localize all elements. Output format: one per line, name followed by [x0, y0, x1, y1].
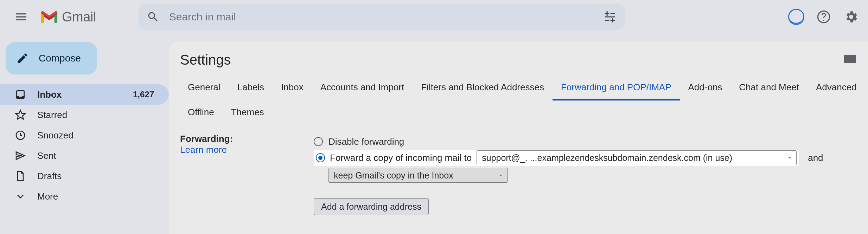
forward-address-value: support@_. ...examplezendesksubdomain.ze… — [482, 153, 732, 163]
compose-label: Compose — [39, 53, 81, 64]
sidebar-item-drafts[interactable]: Drafts — [0, 166, 169, 186]
search-icon — [147, 11, 159, 23]
main-menu-button[interactable] — [8, 4, 34, 30]
help-button[interactable] — [815, 8, 832, 25]
inbox-icon — [15, 89, 26, 100]
gmail-icon — [39, 9, 59, 25]
sidebar-item-starred[interactable]: Starred — [0, 105, 169, 125]
gear-icon — [844, 9, 859, 24]
disable-forwarding-radio[interactable] — [314, 137, 323, 146]
sidebar-item-sent[interactable]: Sent — [0, 145, 169, 166]
inbox-count: 1,627 — [133, 90, 154, 99]
forward-copy-label: Forward a copy of incoming mail to — [330, 152, 472, 163]
add-forwarding-address-button[interactable]: Add a forwarding address — [314, 198, 429, 215]
sidebar-item-label: Snoozed — [37, 130, 74, 141]
search-options-icon[interactable] — [603, 10, 617, 24]
settings-tabs: General Labels Inbox Accounts and Import… — [169, 76, 868, 124]
sidebar-item-label: More — [37, 191, 58, 202]
tab-labels[interactable]: Labels — [229, 76, 273, 100]
sidebar-item-snoozed[interactable]: Snoozed — [0, 125, 169, 145]
app-name: Gmail — [62, 9, 96, 25]
tab-forwarding-pop-imap[interactable]: Forwarding and POP/IMAP — [553, 76, 680, 100]
sidebar-item-label: Drafts — [37, 171, 62, 182]
pencil-icon — [16, 52, 29, 65]
tab-advanced[interactable]: Advanced — [808, 76, 865, 100]
forward-copy-radio[interactable] — [316, 153, 325, 162]
clock-icon — [15, 130, 26, 141]
sidebar-item-label: Starred — [37, 110, 67, 121]
tab-general[interactable]: General — [179, 76, 229, 100]
gmail-logo: Gmail — [39, 9, 96, 25]
settings-button[interactable] — [843, 8, 860, 25]
tab-accounts-import[interactable]: Accounts and Import — [312, 76, 413, 100]
learn-more-link[interactable]: Learn more — [180, 144, 227, 155]
tab-themes[interactable]: Themes — [223, 100, 273, 124]
sidebar-item-inbox[interactable]: Inbox 1,627 — [0, 84, 169, 105]
search-bar[interactable] — [138, 4, 625, 30]
tab-filters-blocked[interactable]: Filters and Blocked Addresses — [413, 76, 553, 100]
chevron-down-icon — [786, 155, 793, 161]
sidebar-item-label: Sent — [37, 150, 56, 161]
send-icon — [15, 150, 26, 161]
keep-copy-select[interactable]: keep Gmail's copy in the Inbox — [328, 168, 508, 183]
star-icon — [15, 109, 26, 121]
hamburger-icon — [14, 10, 28, 24]
status-indicator[interactable] — [788, 8, 805, 25]
disable-forwarding-label: Disable forwarding — [328, 136, 404, 147]
tab-inbox[interactable]: Inbox — [273, 76, 312, 100]
tab-chat-meet[interactable]: Chat and Meet — [730, 76, 808, 100]
sidebar-item-label: Inbox — [37, 89, 62, 100]
chevron-down-icon — [498, 172, 504, 178]
forwarding-section-label: Forwarding: — [180, 134, 233, 144]
tab-offline[interactable]: Offline — [179, 100, 223, 124]
file-icon — [15, 170, 26, 182]
chevron-down-icon — [15, 191, 26, 202]
tab-addons[interactable]: Add-ons — [680, 76, 731, 100]
sidebar-item-more[interactable]: More — [0, 186, 169, 207]
search-input[interactable] — [169, 11, 603, 23]
keep-copy-value: keep Gmail's copy in the Inbox — [334, 170, 453, 181]
add-forwarding-label: Add a forwarding address — [321, 202, 421, 212]
help-icon — [817, 10, 831, 24]
status-ring-icon — [788, 9, 804, 25]
trailing-and: and — [808, 152, 823, 163]
compose-button[interactable]: Compose — [6, 42, 97, 74]
forward-address-select[interactable]: support@_. ...examplezendesksubdomain.ze… — [477, 150, 797, 165]
settings-heading: Settings — [169, 52, 868, 68]
keyboard-icon[interactable] — [844, 55, 856, 63]
